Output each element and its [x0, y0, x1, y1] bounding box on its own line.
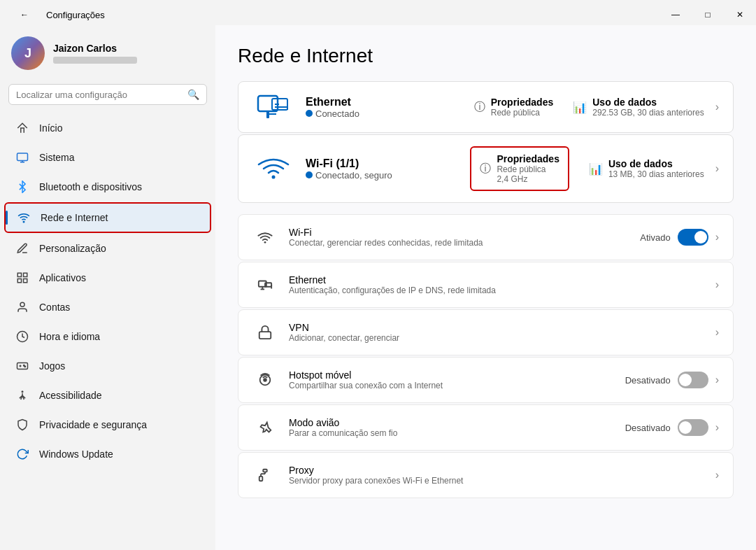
wifi-name: Wi-Fi (1/1): [306, 157, 459, 170]
wifi-data-sub: 13 MB, 30 dias anteriores: [608, 169, 704, 179]
nav-aplicativos[interactable]: Aplicativos: [4, 264, 211, 292]
ethernet-properties-group[interactable]: ⓘ Propriedades Rede pública: [474, 97, 553, 118]
ethernet-status: Conectado: [306, 108, 463, 119]
info-icon: ⓘ: [474, 100, 485, 115]
nav-rede[interactable]: Rede e Internet: [4, 202, 211, 233]
sidebar: J Jaizon Carlos 🔍 Início Sistema: [0, 25, 215, 550]
nav-jogos[interactable]: Jogos: [4, 352, 211, 380]
ethernet-card[interactable]: Ethernet Conectado ⓘ Propriedades Rede p…: [238, 81, 734, 133]
wifi-info-icon: ⓘ: [480, 162, 491, 176]
nav-windows-update[interactable]: Windows Update: [4, 440, 211, 468]
nav-icon-personalizacao: [15, 241, 29, 255]
page-title: Rede e Internet: [238, 45, 734, 67]
ethernet-network-type: Rede pública: [491, 108, 553, 118]
settings-item-aviao[interactable]: Modo avião Parar a comunicação sem fio D…: [238, 404, 734, 451]
wifi-status-dot: [306, 171, 313, 178]
settings-item-wifi[interactable]: Wi-Fi Conectar, gerenciar redes conhecid…: [238, 214, 734, 260]
settings-aviao-toggle-label: Desativado: [625, 423, 671, 433]
ethernet-data-usage-group[interactable]: 📊 Uso de dados 292.53 GB, 30 dias anteri…: [573, 97, 719, 118]
close-button[interactable]: ✕: [724, 2, 756, 27]
settings-aviao-chevron: ›: [715, 421, 719, 434]
settings-hotspot-title: Hotspot móvel: [289, 369, 614, 381]
wifi-data-icon: 📊: [589, 162, 603, 176]
wifi-properties-group[interactable]: ⓘ Propriedades Rede pública 2,4 GHz: [470, 146, 569, 191]
nav-label-rede: Rede e Internet: [41, 212, 108, 223]
nav-acessibilidade[interactable]: Acessibilidade: [4, 381, 211, 409]
nav-bluetooth[interactable]: Bluetooth e dispositivos: [4, 173, 211, 201]
svg-point-14: [22, 391, 23, 393]
svg-rect-17: [272, 99, 287, 110]
settings-ethernet-icon: [252, 272, 278, 297]
wifi-data-usage-group[interactable]: 📊 Uso de dados 13 MB, 30 dias anteriores…: [589, 158, 719, 179]
ethernet-name: Ethernet: [306, 96, 463, 108]
app-title: Configurações: [46, 10, 105, 20]
wifi-network-type: Rede pública: [497, 164, 559, 174]
settings-list: Wi-Fi Conectar, gerenciar redes conhecid…: [238, 214, 734, 498]
back-button[interactable]: ←: [8, 2, 41, 27]
settings-hotspot-icon: [252, 367, 278, 393]
nav-label-sistema: Sistema: [39, 152, 75, 163]
profile-email-bar: [53, 57, 137, 64]
svg-rect-29: [259, 332, 271, 339]
settings-vpn-title: VPN: [289, 322, 704, 333]
svg-rect-7: [24, 279, 27, 283]
nav-label-personalizacao: Personalização: [39, 243, 106, 254]
ethernet-props: ⓘ Propriedades Rede pública 📊 Uso de dad…: [474, 97, 719, 118]
svg-point-8: [20, 302, 24, 306]
svg-point-23: [264, 241, 266, 244]
settings-hotspot-toggle[interactable]: [678, 372, 708, 388]
nav-label-privacidade: Privacidade e segurança: [39, 419, 147, 430]
search-input[interactable]: [16, 90, 182, 100]
svg-rect-16: [266, 111, 269, 118]
ethernet-properties-label[interactable]: Propriedades: [491, 97, 553, 108]
settings-item-hotspot[interactable]: Hotspot móvel Compartilhar sua conexão c…: [238, 357, 734, 403]
nav-icon-aplicativos: [15, 271, 29, 285]
network-cards: Ethernet Conectado ⓘ Propriedades Rede p…: [238, 81, 734, 203]
ethernet-status-dot: [306, 110, 313, 117]
settings-vpn-icon: [252, 320, 278, 345]
settings-ethernet-chevron: ›: [715, 278, 719, 291]
settings-proxy-title: Proxy: [289, 465, 704, 476]
settings-aviao-toggle[interactable]: [678, 419, 708, 436]
nav-sistema[interactable]: Sistema: [4, 143, 211, 171]
settings-ethernet-title: Ethernet: [289, 274, 704, 285]
settings-wifi-icon: [252, 225, 278, 250]
settings-wifi-title: Wi-Fi: [289, 227, 629, 238]
settings-wifi-toggle-label: Ativado: [640, 232, 670, 243]
wifi-frequency: 2,4 GHz: [497, 174, 559, 184]
maximize-button[interactable]: □: [692, 2, 724, 27]
settings-vpn-chevron: ›: [715, 326, 719, 339]
wifi-card[interactable]: Wi-Fi (1/1) Conectado, seguro ⓘ Propried…: [238, 134, 734, 203]
settings-ethernet-subtitle: Autenticação, configurações de IP e DNS,…: [289, 285, 704, 295]
svg-point-3: [23, 221, 24, 223]
nav-icon-inicio: [15, 121, 29, 135]
settings-item-proxy[interactable]: Proxy Servidor proxy para conexões Wi-Fi…: [238, 452, 734, 498]
search-icon: 🔍: [187, 89, 199, 100]
avatar: J: [11, 36, 45, 70]
nav-inicio[interactable]: Início: [4, 114, 211, 142]
nav-contas[interactable]: Contas: [4, 293, 211, 321]
settings-item-vpn[interactable]: VPN Adicionar, conectar, gerenciar ›: [238, 309, 734, 355]
svg-rect-0: [17, 153, 28, 161]
settings-wifi-subtitle: Conectar, gerenciar redes conhecidas, re…: [289, 238, 629, 248]
nav-privacidade[interactable]: Privacidade e segurança: [4, 411, 211, 439]
ethernet-data-label[interactable]: Uso de dados: [592, 97, 704, 108]
wifi-data-label[interactable]: Uso de dados: [608, 158, 704, 169]
main-content: Rede e Internet Ethernet: [215, 25, 756, 550]
settings-aviao-subtitle: Parar a comunicação sem fio: [289, 428, 614, 438]
nav-label-acessibilidade: Acessibilidade: [39, 390, 102, 401]
settings-item-ethernet[interactable]: Ethernet Autenticação, configurações de …: [238, 262, 734, 308]
search-box[interactable]: 🔍: [8, 84, 207, 105]
nav-hora[interactable]: Hora e idioma: [4, 323, 211, 351]
settings-wifi-chevron: ›: [715, 231, 719, 244]
svg-rect-6: [17, 279, 21, 283]
toggle-thumb-aviao: [679, 421, 692, 434]
settings-hotspot-chevron: ›: [715, 374, 719, 386]
profile-section: J Jaizon Carlos: [0, 25, 215, 81]
nav-personalizacao[interactable]: Personalização: [4, 234, 211, 262]
nav-label-windows-update: Windows Update: [39, 449, 113, 460]
minimize-button[interactable]: —: [659, 2, 692, 27]
wifi-properties-label[interactable]: Propriedades: [497, 153, 559, 164]
settings-wifi-toggle[interactable]: [678, 229, 708, 246]
settings-hotspot-subtitle: Compartilhar sua conexão com a Internet: [289, 381, 614, 390]
